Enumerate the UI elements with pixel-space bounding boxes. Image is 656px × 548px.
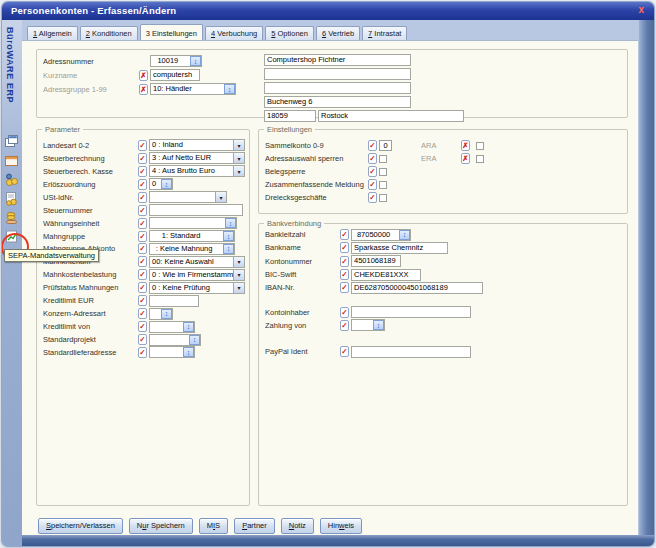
index-cards-icon[interactable] xyxy=(4,134,19,149)
field-check-icon[interactable]: ✓ xyxy=(368,179,377,190)
field-check-icon[interactable]: ✓ xyxy=(368,140,377,151)
field-check-icon[interactable]: ✓ xyxy=(138,295,147,306)
form-coins-icon[interactable] xyxy=(4,191,19,206)
field-check-icon[interactable]: ✓ xyxy=(138,192,147,203)
checkbox[interactable] xyxy=(379,194,387,202)
paypal-ident-field[interactable] xyxy=(351,346,471,358)
standardlieferadresse-field[interactable]: ↕ xyxy=(149,346,195,358)
field-check-icon[interactable]: ✓ xyxy=(368,192,377,203)
spinner-icon[interactable]: ↕ xyxy=(225,218,236,228)
field-check-icon[interactable]: ✓ xyxy=(340,269,349,280)
field-check-icon[interactable]: ✓ xyxy=(138,256,147,267)
spinner-icon[interactable]: ↕ xyxy=(224,84,235,94)
field-check-icon[interactable]: ✓ xyxy=(340,320,349,331)
tab-allgemein[interactable]: 1 Allgemein xyxy=(27,26,78,40)
adressnummer-field[interactable]: 10019↕ xyxy=(150,55,202,67)
field-check-icon[interactable]: ✓ xyxy=(340,242,349,253)
kreditlimit-von-field[interactable]: ↕ xyxy=(149,321,195,333)
kontoinhaber-field[interactable] xyxy=(351,306,471,318)
field-check-icon[interactable]: ✓ xyxy=(138,205,147,216)
field-check-icon[interactable]: ✓ xyxy=(368,153,377,164)
partner-button[interactable]: Partner xyxy=(234,518,275,534)
kontonummer-field[interactable]: 4501068189 xyxy=(351,255,401,267)
nur-speichern-button[interactable]: Nur Speichern xyxy=(129,518,193,534)
mahnkriterium-field[interactable]: 00: Keine Auswahl▾ xyxy=(149,256,245,268)
spinner-icon[interactable]: ↕ xyxy=(183,347,194,357)
spinner-icon[interactable]: ↕ xyxy=(189,335,200,345)
company-name-field[interactable]: Computershop Fichtner xyxy=(264,54,411,66)
bankname-field[interactable]: Sparkasse Chemnitz xyxy=(351,242,448,254)
field-check-icon[interactable]: ✓ xyxy=(138,308,147,319)
users-coins-icon[interactable] xyxy=(4,172,19,187)
field-check-icon[interactable]: ✓ xyxy=(138,166,147,177)
w-hrungseinheit-field[interactable]: ↕ xyxy=(149,217,237,229)
name3-field[interactable] xyxy=(264,82,411,94)
dropdown-arrow-icon[interactable]: ▾ xyxy=(233,270,244,280)
mahngruppe-field[interactable]: 1: Standard↕ xyxy=(149,230,235,242)
hand-coins-icon[interactable] xyxy=(4,210,19,225)
pr-fstatus-mahnungen-field[interactable]: 0 : Keine Prüfung▾ xyxy=(149,282,245,294)
checkbox[interactable] xyxy=(379,155,387,163)
adressgruppe-1-99-field[interactable]: 10: Händler↕ xyxy=(150,83,236,95)
tab-einstellungen[interactable]: 3 Einstellungen xyxy=(140,24,203,40)
kurzname-field[interactable]: computersh xyxy=(150,69,200,81)
erl-szuordnung-field[interactable]: 0↕ xyxy=(149,178,173,190)
field-check-icon[interactable]: ✓ xyxy=(138,269,147,280)
field-check-icon[interactable]: ✓ xyxy=(340,256,349,267)
field-check-icon[interactable]: ✓ xyxy=(138,218,147,229)
mahnkostenbelastung-field[interactable]: 0 : Wie im Firmenstamm eing▾ xyxy=(149,269,245,281)
spinner-icon[interactable]: ↕ xyxy=(190,56,201,66)
checkbox[interactable] xyxy=(476,155,484,163)
field-check-icon[interactable]: ✓ xyxy=(138,347,147,358)
field-check-icon[interactable]: ✓ xyxy=(340,307,349,318)
spinner-icon[interactable]: ↕ xyxy=(161,179,172,189)
tab-vertrieb[interactable]: 6 Vertrieb xyxy=(316,26,360,40)
field-check-icon[interactable]: ✓ xyxy=(138,153,147,164)
field-check-icon[interactable]: ✓ xyxy=(340,346,349,357)
kreditlimit-eur-field[interactable] xyxy=(149,295,199,307)
bic-swift-field[interactable]: CHEKDE81XXX xyxy=(351,269,421,281)
speichern-verlassen-button[interactable]: Speichern/Verlassen xyxy=(38,518,123,534)
city-field[interactable]: Rostock xyxy=(318,110,464,122)
iban-nr--field[interactable]: DE62870500004501068189 xyxy=(351,282,483,294)
notiz-button[interactable]: Notiz xyxy=(281,518,314,534)
mis-button[interactable]: MIS xyxy=(199,518,228,534)
checkbox[interactable] xyxy=(379,168,387,176)
mahngruppe-abkonto-field[interactable]: : Keine Mahnung↕ xyxy=(149,243,235,255)
dropdown-arrow-icon[interactable]: ▾ xyxy=(233,257,244,267)
field-check-icon[interactable]: ✓ xyxy=(138,140,147,151)
field-check-icon[interactable]: ✓ xyxy=(138,321,147,332)
field-check-icon[interactable]: ✓ xyxy=(340,282,349,293)
dropdown-arrow-icon[interactable]: ▾ xyxy=(233,140,244,150)
checkbox[interactable] xyxy=(379,181,387,189)
dropdown-arrow-icon[interactable]: ▾ xyxy=(233,283,244,293)
app-window-icon[interactable] xyxy=(4,153,19,168)
field-check-icon[interactable]: ✓ xyxy=(138,334,147,345)
landesart-0-2-field[interactable]: 0 : Inland▾ xyxy=(149,139,245,151)
dropdown-arrow-icon[interactable]: ▾ xyxy=(233,166,244,176)
tab-konditionen[interactable]: 2 Konditionen xyxy=(80,26,138,40)
ust-idnr--field[interactable]: ▾ xyxy=(149,191,227,203)
field-clear-icon[interactable]: ✗ xyxy=(139,84,148,95)
spinner-icon[interactable]: ↕ xyxy=(399,230,410,240)
field-check-icon[interactable]: ✓ xyxy=(138,179,147,190)
spinner-icon[interactable]: ↕ xyxy=(183,322,194,332)
hinweis-button[interactable]: Hinweis xyxy=(320,518,362,534)
field-check-icon[interactable]: ✓ xyxy=(368,166,377,177)
zahlung-von-field[interactable]: ↕ xyxy=(351,319,385,331)
field-clear-icon[interactable]: ✗ xyxy=(461,153,470,164)
spinner-icon[interactable]: ↕ xyxy=(373,320,384,330)
zip-field[interactable]: 18059 xyxy=(264,110,316,122)
dropdown-arrow-icon[interactable]: ▾ xyxy=(233,153,244,163)
spinner-icon[interactable]: ↕ xyxy=(223,231,234,241)
field-clear-icon[interactable]: ✗ xyxy=(461,140,470,151)
value-box[interactable]: 0 xyxy=(379,140,392,151)
tab-intrastat[interactable]: 7 Intrastat xyxy=(362,26,407,40)
field-check-icon[interactable]: ✓ xyxy=(138,243,147,254)
field-check-icon[interactable]: ✓ xyxy=(138,282,147,293)
street-field[interactable]: Buchenweg 6 xyxy=(264,96,411,108)
tab-verbuchung[interactable]: 4 Verbuchung xyxy=(205,26,263,40)
steuerberechnung-field[interactable]: 3 : Auf Netto EUR▾ xyxy=(149,152,245,164)
field-clear-icon[interactable]: ✗ xyxy=(139,70,148,81)
konzern-adressart-field[interactable]: ↕ xyxy=(149,308,173,320)
